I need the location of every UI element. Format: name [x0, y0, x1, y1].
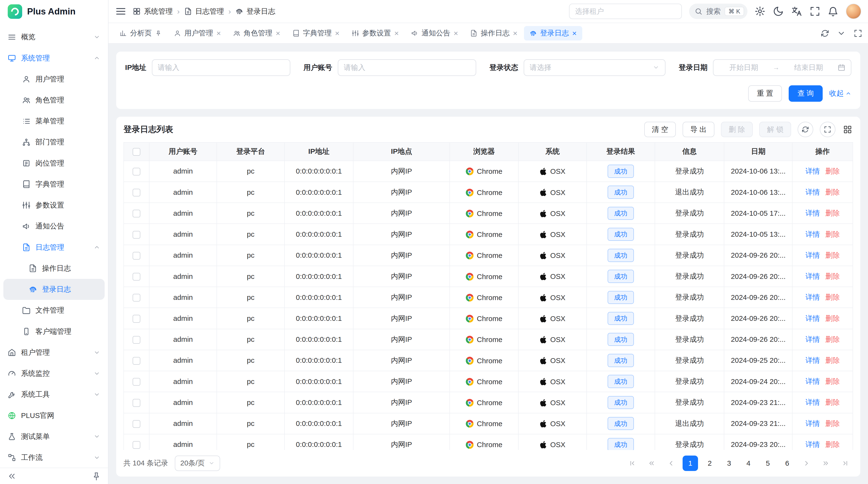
avatar[interactable]	[846, 4, 861, 19]
tab-item[interactable]: 角色管理×	[227, 26, 286, 40]
language-button[interactable]	[791, 6, 802, 17]
row-checkbox[interactable]	[133, 189, 140, 196]
row-checkbox[interactable]	[133, 231, 140, 238]
filter-input[interactable]	[152, 59, 290, 76]
refresh-list-button[interactable]	[798, 122, 813, 137]
detail-link[interactable]: 详情	[805, 272, 820, 280]
row-checkbox[interactable]	[133, 168, 140, 175]
sidebar-item[interactable]: 岗位管理	[0, 153, 108, 174]
row-checkbox[interactable]	[133, 420, 140, 428]
detail-link[interactable]: 详情	[805, 230, 820, 238]
select-all-checkbox[interactable]	[133, 148, 140, 156]
fullscreen-button[interactable]	[809, 6, 820, 17]
tab-close-icon[interactable]: ×	[216, 29, 221, 37]
sidebar-item[interactable]: 租户管理	[0, 342, 108, 363]
detail-link[interactable]: 详情	[805, 314, 820, 322]
last-page-button[interactable]	[838, 456, 853, 471]
sidebar-item[interactable]: 操作日志	[0, 258, 108, 279]
refresh-tab-button[interactable]	[820, 29, 830, 38]
global-search-button[interactable]: 搜索 ⌘ K	[689, 4, 747, 19]
tab-item[interactable]: 操作日志×	[465, 26, 523, 40]
detail-link[interactable]: 详情	[805, 419, 820, 427]
tab-item[interactable]: 用户管理×	[168, 26, 226, 40]
tab-close-icon[interactable]: ×	[394, 29, 399, 37]
sidebar-item[interactable]: 工作流	[0, 447, 108, 467]
toolbar-button[interactable]: 导 出	[683, 122, 714, 137]
row-checkbox[interactable]	[133, 399, 140, 407]
breadcrumb-item[interactable]: 日志管理	[184, 6, 224, 17]
sidebar-item[interactable]: PLUS官网	[0, 405, 108, 426]
sidebar-item[interactable]: 系统工具	[0, 384, 108, 405]
sidebar-item[interactable]: 概览	[0, 27, 108, 47]
delete-link[interactable]: 删除	[825, 314, 840, 322]
sidebar-item[interactable]: 字典管理	[0, 174, 108, 195]
tab-close-icon[interactable]: ×	[513, 29, 518, 37]
row-checkbox[interactable]	[133, 357, 140, 365]
tab-item[interactable]: 分析页	[114, 26, 167, 40]
sidebar-item[interactable]: 系统管理	[0, 47, 108, 68]
toolbar-button[interactable]: 解 锁	[759, 122, 791, 137]
page-number[interactable]: 6	[779, 456, 795, 471]
page-number[interactable]: 4	[741, 456, 756, 471]
sidebar-item[interactable]: 菜单管理	[0, 110, 108, 132]
row-checkbox[interactable]	[133, 378, 140, 386]
settings-button[interactable]	[754, 6, 766, 17]
tab-active[interactable]: 登录日志×	[524, 26, 582, 40]
page-size-select[interactable]: 20条/页	[175, 456, 220, 471]
row-checkbox[interactable]	[133, 252, 140, 260]
detail-link[interactable]: 详情	[805, 188, 820, 196]
delete-link[interactable]: 删除	[825, 419, 840, 427]
detail-link[interactable]: 详情	[805, 335, 820, 343]
sidebar-item[interactable]: 系统监控	[0, 363, 108, 384]
breadcrumb-item[interactable]: 系统管理	[133, 6, 173, 17]
detail-link[interactable]: 详情	[805, 398, 820, 406]
detail-link[interactable]: 详情	[805, 293, 820, 301]
detail-link[interactable]: 详情	[805, 209, 820, 217]
sidebar-toggle-button[interactable]	[115, 6, 126, 17]
breadcrumb-item[interactable]: 登录日志	[235, 6, 275, 17]
delete-link[interactable]: 删除	[825, 356, 840, 364]
sidebar-item[interactable]: 测试菜单	[0, 426, 108, 447]
first-page-button[interactable]	[624, 456, 640, 471]
delete-link[interactable]: 删除	[825, 377, 840, 385]
content-fullscreen-button[interactable]	[854, 29, 863, 38]
delete-link[interactable]: 删除	[825, 209, 840, 217]
sidebar-item[interactable]: 参数设置	[0, 195, 108, 216]
collapse-sidebar-button[interactable]	[7, 471, 17, 481]
tab-close-icon[interactable]: ×	[335, 29, 340, 37]
query-button[interactable]: 查 询	[789, 85, 823, 102]
reset-button[interactable]: 重 置	[748, 85, 782, 102]
page-number[interactable]: 3	[721, 456, 737, 471]
sidebar-item[interactable]: 日志管理	[0, 237, 108, 258]
tab-menu-button[interactable]	[837, 29, 846, 38]
prev-page-button[interactable]	[663, 456, 679, 471]
filter-input[interactable]	[338, 59, 476, 76]
sidebar-item[interactable]: 客户端管理	[0, 321, 108, 342]
row-checkbox[interactable]	[133, 336, 140, 344]
detail-link[interactable]: 详情	[805, 440, 820, 448]
table-fullscreen-button[interactable]	[820, 122, 835, 137]
tab-close-icon[interactable]: ×	[276, 29, 280, 37]
sidebar-item[interactable]: 通知公告	[0, 216, 108, 237]
row-checkbox[interactable]	[133, 273, 140, 281]
row-checkbox[interactable]	[133, 294, 140, 301]
tab-close-icon[interactable]: ×	[454, 29, 458, 37]
toolbar-button[interactable]: 清 空	[644, 122, 676, 137]
delete-link[interactable]: 删除	[825, 230, 840, 238]
notifications-button[interactable]	[828, 6, 839, 17]
tenant-select-input[interactable]	[569, 4, 682, 19]
collapse-filters-link[interactable]: 收起	[829, 89, 851, 98]
detail-link[interactable]: 详情	[805, 167, 820, 175]
jump-forward-button[interactable]	[818, 456, 834, 471]
row-checkbox[interactable]	[133, 315, 140, 323]
page-number[interactable]: 2	[702, 456, 717, 471]
jump-back-button[interactable]	[644, 456, 659, 471]
page-number[interactable]: 5	[760, 456, 775, 471]
delete-link[interactable]: 删除	[825, 251, 840, 259]
sidebar-item[interactable]: 用户管理	[0, 69, 108, 90]
toolbar-button[interactable]: 删 除	[721, 122, 753, 137]
sidebar-item[interactable]: 部门管理	[0, 132, 108, 153]
tab-close-icon[interactable]: ×	[572, 29, 577, 37]
sidebar-item[interactable]: 文件管理	[0, 300, 108, 321]
dark-mode-button[interactable]	[773, 6, 784, 17]
